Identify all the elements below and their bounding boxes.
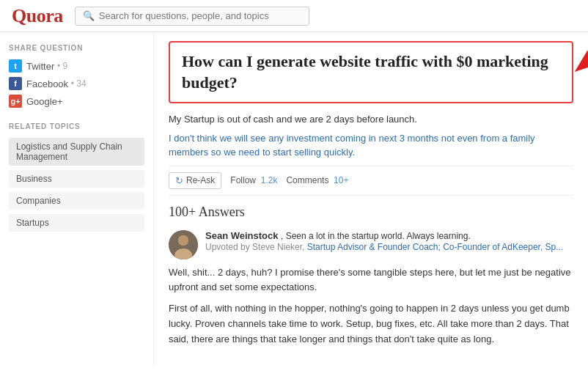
- google-icon: g+: [9, 95, 22, 108]
- search-bar[interactable]: 🔍: [75, 7, 309, 26]
- question-meta: ↻ Re-Ask Follow 1.2k Comments 10+: [169, 166, 573, 196]
- arrow-annotation: [565, 35, 588, 79]
- topic-business[interactable]: Business: [9, 170, 144, 188]
- comments-button[interactable]: Comments 10+: [286, 175, 348, 185]
- header: Quora 🔍: [0, 0, 588, 32]
- avatar-image: [169, 230, 198, 259]
- sidebar: SHARE QUESTION t Twitter • 9 f Facebook …: [0, 32, 154, 365]
- comments-count: 10+: [334, 175, 348, 185]
- answer-card: Sean Weinstock , Seen a lot in the start…: [169, 230, 573, 347]
- follow-button[interactable]: Follow 1.2k: [230, 175, 277, 185]
- answers-title: 100+ Answers: [169, 204, 573, 220]
- facebook-label: Facebook: [26, 78, 68, 89]
- svg-line-1: [579, 39, 588, 68]
- quora-logo[interactable]: Quora: [12, 5, 63, 27]
- follow-count: 1.2k: [261, 175, 278, 185]
- related-topics-title: RELATED TOPICS: [9, 122, 144, 130]
- re-ask-icon: ↻: [175, 175, 183, 186]
- search-icon: 🔍: [83, 10, 95, 22]
- content-area: How can I generate website traffic with …: [154, 32, 588, 365]
- body-line1: My Startup is out of cash and we are 2 d…: [169, 114, 417, 125]
- facebook-count: • 34: [71, 78, 87, 89]
- search-input[interactable]: [99, 10, 301, 21]
- svg-point-5: [178, 235, 188, 246]
- upvote-prefix: Upvoted by Steve Nieker,: [205, 242, 304, 252]
- twitter-icon: t: [9, 59, 22, 73]
- question-body2: I don't think we will see any investment…: [169, 131, 573, 160]
- answer-para2: First of all, with nothing in the hopper…: [169, 301, 573, 347]
- share-google[interactable]: g+ Google+: [9, 95, 144, 108]
- answer-text: Well, shit... 2 days, huh? I promise the…: [169, 265, 573, 347]
- avatar: [169, 230, 198, 259]
- facebook-icon: f: [9, 77, 22, 90]
- topic-startups[interactable]: Startups: [9, 214, 144, 232]
- author-info: Sean Weinstock , Seen a lot in the start…: [205, 230, 573, 252]
- share-twitter[interactable]: t Twitter • 9: [9, 59, 144, 73]
- author-upvote: Upvoted by Steve Nieker, Startup Advisor…: [205, 242, 573, 252]
- question-body: My Startup is out of cash and we are 2 d…: [169, 112, 573, 127]
- main-layout: SHARE QUESTION t Twitter • 9 f Facebook …: [0, 32, 588, 365]
- body-line2: I don't think we will see any investment…: [169, 133, 535, 158]
- re-ask-button[interactable]: ↻ Re-Ask: [169, 172, 221, 189]
- twitter-count: • 9: [57, 61, 67, 71]
- question-box: How can I generate website traffic with …: [169, 41, 573, 103]
- upvote-link[interactable]: Startup Advisor & Founder Coach; Co-Foun…: [307, 242, 564, 252]
- answer-para1: Well, shit... 2 days, huh? I promise the…: [169, 265, 573, 296]
- author-name[interactable]: Sean Weinstock: [205, 230, 278, 241]
- related-topics-list: Logistics and Supply Chain Management Bu…: [9, 138, 144, 232]
- topic-logistics[interactable]: Logistics and Supply Chain Management: [9, 138, 144, 166]
- follow-label: Follow: [230, 175, 256, 185]
- re-ask-label: Re-Ask: [186, 175, 215, 185]
- answer-header: Sean Weinstock , Seen a lot in the start…: [169, 230, 573, 259]
- twitter-label: Twitter: [26, 61, 54, 72]
- google-label: Google+: [26, 96, 63, 107]
- share-list: t Twitter • 9 f Facebook • 34 g+ Google+: [9, 59, 144, 108]
- question-title: How can I generate website traffic with …: [182, 51, 560, 93]
- share-section-title: SHARE QUESTION: [9, 44, 144, 52]
- comments-label: Comments: [286, 175, 328, 185]
- share-facebook[interactable]: f Facebook • 34: [9, 77, 144, 90]
- author-desc: , Seen a lot in the startup world. Alway…: [281, 231, 471, 241]
- topic-companies[interactable]: Companies: [9, 192, 144, 210]
